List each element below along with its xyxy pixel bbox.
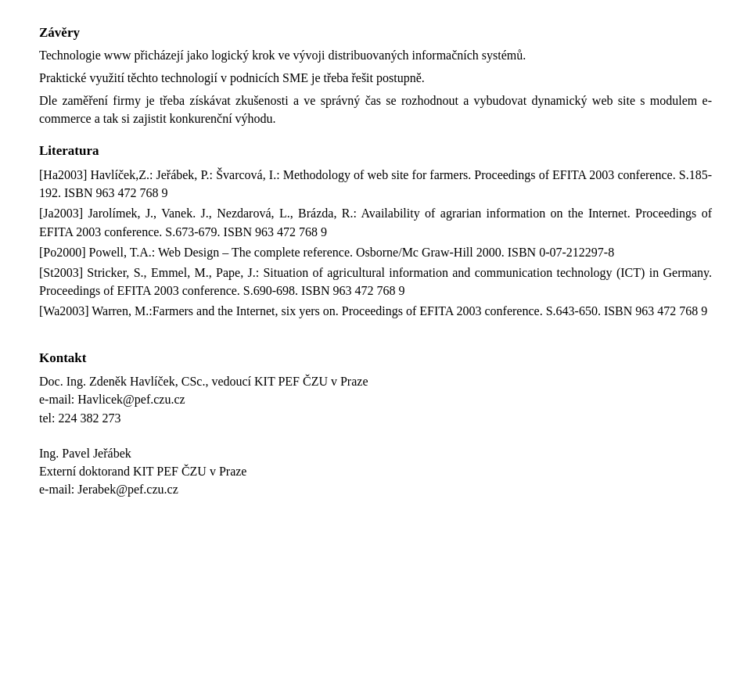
- kontakt-person1-line1: Doc. Ing. Zdeněk Havlíček, CSc., vedoucí…: [39, 372, 712, 390]
- literatura-section: Literatura [Ha2003] Havlíček,Z.: Jeřábek…: [39, 142, 712, 320]
- zavery-section: Závěry Technologie www přicházejí jako l…: [39, 23, 712, 127]
- literatura-heading: Literatura: [39, 142, 712, 161]
- zavery-para3: Dle zaměření firmy je třeba získávat zku…: [39, 92, 712, 127]
- list-item: [Wa2003] Warren, M.:Farmers and the Inte…: [39, 302, 712, 320]
- kontakt-section: Kontakt Doc. Ing. Zdeněk Havlíček, CSc.,…: [39, 349, 712, 499]
- list-item: [St2003] Stricker, S., Emmel, M., Pape, …: [39, 264, 712, 300]
- kontakt-person1-line2: e-mail: Havlicek@pef.czu.cz: [39, 390, 712, 408]
- kontakt-person1: Doc. Ing. Zdeněk Havlíček, CSc., vedoucí…: [39, 372, 712, 427]
- zavery-heading: Závěry: [39, 23, 712, 43]
- kontakt-person2-line3: e-mail: Jerabek@pef.czu.cz: [39, 480, 712, 498]
- kontakt-person2-line2: Externí doktorand KIT PEF ČZU v Praze: [39, 462, 712, 480]
- list-item: [Ja2003] Jarolímek, J., Vanek. J., Nezda…: [39, 204, 712, 240]
- kontakt-person2: Ing. Pavel Jeřábek Externí doktorand KIT…: [39, 444, 712, 499]
- list-item: [Po2000] Powell, T.A.: Web Design – The …: [39, 243, 712, 261]
- kontakt-heading: Kontakt: [39, 349, 712, 368]
- kontakt-person2-line1: Ing. Pavel Jeřábek: [39, 444, 712, 462]
- zavery-para2: Praktické využití těchto technologií v p…: [39, 69, 712, 87]
- zavery-para1: Technologie www přicházejí jako logický …: [39, 46, 712, 64]
- list-item: [Ha2003] Havlíček,Z.: Jeřábek, P.: Švarc…: [39, 166, 712, 202]
- kontakt-person1-line3: tel: 224 382 273: [39, 409, 712, 427]
